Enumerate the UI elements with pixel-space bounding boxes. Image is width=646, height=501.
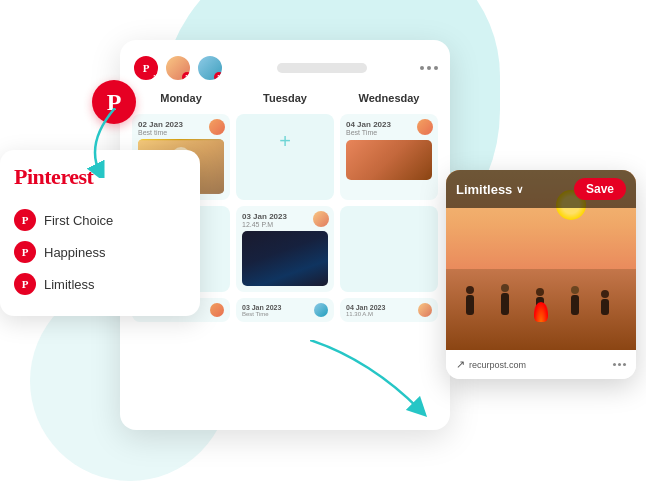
footer-avatar-3: [418, 303, 432, 317]
cal-cell-avatar: [209, 119, 225, 135]
cal-cell-wed-1[interactable]: 04 Jan 2023 Best Time: [340, 114, 438, 200]
p-icon-2: P: [14, 241, 36, 263]
avatar-pinterest-1: P P: [132, 54, 160, 82]
footer-sub-2: Best Time: [242, 311, 281, 317]
footer-date-2: 03 Jan 2023: [242, 304, 281, 311]
calendar-header: P P P P: [132, 54, 438, 82]
pinterest-item-2[interactable]: P Happiness: [14, 236, 186, 268]
pinterest-item-3[interactable]: P Limitless: [14, 268, 186, 300]
avatar-user-2: P: [196, 54, 224, 82]
cal-cell-avatar-2: [313, 211, 329, 227]
menu-dot: [613, 363, 616, 366]
calendar-search-bar: [277, 63, 367, 73]
footer-date-3: 04 Jan 2023: [346, 304, 385, 311]
recurpost-url: recurpost.com: [469, 360, 526, 370]
person-1: [466, 286, 474, 315]
cal-plus-btn[interactable]: +: [242, 126, 328, 156]
photo-card-footer: ↗ recurpost.com: [446, 350, 636, 379]
col-header-wednesday: Wednesday: [340, 92, 438, 108]
person-2: [501, 284, 509, 315]
menu-dot: [434, 66, 438, 70]
footer-avatar-2: [314, 303, 328, 317]
footer-cell-2: 03 Jan 2023 Best Time: [236, 298, 334, 322]
cal-sunset-image: [346, 140, 432, 180]
cal-cell-wed-2: [340, 206, 438, 292]
cal-band-image: [242, 231, 328, 286]
calendar-menu-dots[interactable]: [420, 66, 438, 70]
campfire: [531, 298, 551, 322]
photo-card-title: Limitless ∨: [456, 182, 523, 197]
cal-cell-tue-2[interactable]: 03 Jan 2023 12.45 P.M: [236, 206, 334, 292]
photo-title-text: Limitless: [456, 182, 512, 197]
p-icon-3: P: [14, 273, 36, 295]
photo-menu-dots[interactable]: [613, 363, 626, 366]
person-4: [571, 286, 579, 315]
cal-cell-tue-1[interactable]: +: [236, 114, 334, 200]
save-button[interactable]: Save: [574, 178, 626, 200]
footer-cell-3: 04 Jan 2023 11.30 A.M: [340, 298, 438, 322]
chevron-down-icon: ∨: [516, 184, 523, 195]
menu-dot: [623, 363, 626, 366]
pinterest-item-1[interactable]: P First Choice: [14, 204, 186, 236]
scene: P P P: [0, 0, 646, 501]
footer-avatar-1: [210, 303, 224, 317]
menu-dot: [427, 66, 431, 70]
avatar-group: P P P P: [132, 54, 224, 82]
recurpost-link[interactable]: ↗ recurpost.com: [456, 358, 526, 371]
menu-dot: [618, 363, 621, 366]
photo-card-header: Limitless ∨ Save: [446, 170, 636, 208]
avatar-user-1: P: [164, 54, 192, 82]
person-5: [601, 290, 609, 315]
photo-card: Limitless ∨ Save ↗ recurpost.com: [446, 170, 636, 379]
p-icon-1: P: [14, 209, 36, 231]
pinterest-label-2: Happiness: [44, 245, 105, 260]
menu-dot: [420, 66, 424, 70]
pinterest-label-3: Limitless: [44, 277, 95, 292]
pinterest-logo-text: Pinterest: [14, 164, 93, 190]
col-header-tuesday: Tuesday: [236, 92, 334, 108]
footer-sub-3: 11.30 A.M: [346, 311, 385, 317]
cal-cell-avatar: [417, 119, 433, 135]
pinterest-label-1: First Choice: [44, 213, 113, 228]
arrow-p-to-card: [85, 108, 145, 178]
external-link-icon: ↗: [456, 358, 465, 371]
fire-flame: [534, 302, 548, 322]
arrow-cal-to-photo: [310, 340, 430, 420]
col-header-monday: Monday: [132, 92, 230, 108]
